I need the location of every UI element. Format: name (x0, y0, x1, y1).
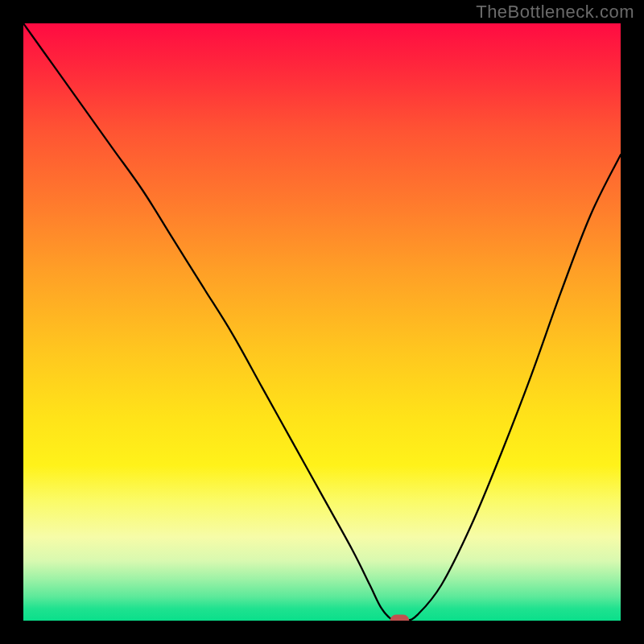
watermark-text: TheBottleneck.com (476, 2, 634, 23)
chart-frame: TheBottleneck.com (0, 0, 644, 644)
optimum-marker (23, 23, 621, 621)
svg-rect-0 (390, 615, 410, 621)
plot-area (23, 23, 621, 621)
